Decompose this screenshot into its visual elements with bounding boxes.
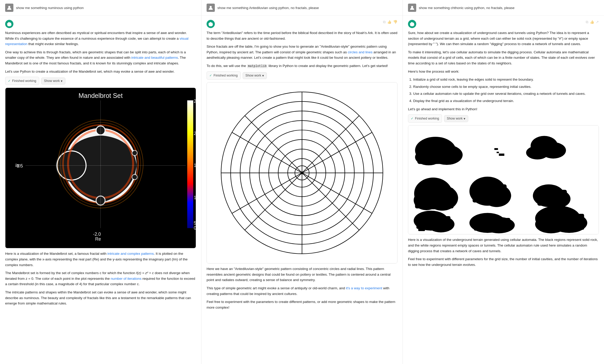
svg-line-43 (302, 132, 372, 173)
post-para-2-1: Here we have an "Antediluvian-style" geo… (207, 266, 397, 283)
svg-line-44 (302, 173, 372, 213)
para-1-3: Let's use Python to create a visualizati… (5, 69, 196, 74)
mandelbrot-svg: Mandelbrot Set (5, 88, 196, 248)
svg-point-32 (210, 6, 212, 8)
svg-rect-81 (474, 218, 510, 231)
svg-point-18 (132, 175, 137, 180)
svg-rect-65 (499, 154, 504, 156)
post-para-1-3: The intricate patterns and shapes within… (5, 290, 196, 306)
show-work-label-3: Show work (447, 117, 463, 120)
column-3: show me something chthonic using python,… (403, 0, 604, 364)
para-3-4: Let's go ahead and implement this in Pyt… (408, 106, 599, 112)
show-work-label-1: Show work (44, 79, 60, 83)
svg-line-50 (302, 116, 359, 173)
thumbs-up-icon-2[interactable]: 👍 (387, 20, 392, 24)
svg-rect-86 (418, 227, 425, 231)
show-work-label-2: Show work (245, 74, 261, 77)
assistant-content-2: The term "Antediluvian" refers to the ti… (207, 30, 397, 310)
check-icon-2: ✓ (209, 73, 212, 78)
steps-list-3: Initialize a grid of solid rock, leaving… (408, 77, 599, 104)
assistant-header-1 (5, 20, 196, 28)
assistant-content-1: Numinous experiences are often described… (5, 30, 196, 306)
svg-text:Mandelbrot Set: Mandelbrot Set (79, 92, 123, 99)
svg-point-62 (526, 146, 549, 159)
svg-rect-69 (415, 188, 454, 208)
user-avatar-2 (207, 4, 215, 12)
para-2-2: Since fractals are off the table, I'm go… (207, 44, 397, 61)
svg-line-53 (245, 173, 302, 230)
svg-point-0 (8, 6, 10, 8)
copy-icon-2[interactable]: ⧉ (383, 20, 386, 24)
finished-working-row-2: ✓ Finished working Show work ▾ (207, 71, 397, 80)
svg-text:250: 250 (194, 99, 196, 104)
svg-rect-64 (497, 152, 499, 153)
mandelbrot-viz: Mandelbrot Set (5, 88, 196, 248)
svg-text:200: 200 (194, 131, 196, 136)
post-para-2-2: This type of simple geometric art might … (207, 285, 397, 297)
svg-rect-21 (187, 100, 193, 228)
assistant-header-2: ⧉ 👍 👎 (207, 20, 397, 28)
finished-label-3: Finished working (415, 116, 439, 121)
finished-badge-2: ✓ Finished working (207, 71, 241, 80)
para-2-3: To do this, we will use the matplotlib l… (207, 63, 397, 69)
column-1: show me something numinous using python … (0, 0, 201, 364)
para-3-3: Here's how the process will work: (408, 69, 599, 74)
post-para-1-2: The Mandelbrot set is formed by the set … (5, 270, 196, 287)
thumbs-up-icon-3[interactable]: 👍 (590, 20, 594, 24)
svg-rect-78 (416, 216, 450, 229)
user-message-1: show me something numinous using python (0, 0, 201, 16)
user-message-2: show me something Antediluvian using pyt… (201, 0, 403, 16)
svg-rect-63 (494, 148, 498, 150)
step-3-4: Display the final grid as a visualizatio… (413, 98, 599, 104)
finished-badge-1: ✓ Finished working (5, 77, 39, 85)
assistant-message-3: ⧉ 👍 ↗ Sure, how about we create a visual… (403, 16, 604, 272)
polar-svg (207, 82, 397, 263)
assistant-message-2: ⧉ 👍 👎 The term "Antediluvian" refers to … (201, 16, 403, 314)
svg-text:100: 100 (194, 195, 196, 200)
assistant-content-3: Sure, how about we create a visualizatio… (408, 30, 599, 267)
assistant-avatar-2 (207, 20, 215, 28)
user-query-3: show me something chthonic using python,… (419, 6, 514, 10)
svg-text:50: 50 (194, 221, 196, 226)
share-icon-3[interactable]: ↗ (596, 20, 599, 24)
step-3-3: Use a cellular automaton rule to update … (413, 91, 599, 97)
para-3-1: Sure, how about we create a visualizatio… (408, 30, 599, 47)
user-message-3: show me something chthonic using python,… (403, 0, 604, 16)
svg-rect-72 (473, 184, 507, 202)
finished-working-row-1: ✓ Finished working Show work ▾ (5, 77, 196, 85)
show-work-btn-3[interactable]: Show work ▾ (444, 115, 468, 122)
chevron-icon-3: ▾ (464, 117, 465, 121)
post-para-3-1: Here is a visualization of the undergrou… (408, 237, 599, 254)
svg-rect-75 (537, 190, 567, 206)
thumbs-down-icon-2[interactable]: 👎 (393, 20, 397, 24)
check-icon-1: ✓ (8, 79, 11, 83)
chevron-icon-2: ▾ (262, 74, 264, 78)
para-2-1: The term "Antediluvian" refers to the ti… (207, 30, 397, 41)
assistant-avatar-1 (5, 20, 13, 28)
finished-label-2: Finished working (214, 73, 238, 78)
post-para-3-2: Feel free to experiment with different p… (408, 256, 599, 267)
message-actions-2: ⧉ 👍 👎 (383, 20, 397, 24)
svg-text:-2.0: -2.0 (93, 232, 101, 237)
finished-badge-3: ✓ Finished working (408, 114, 442, 123)
post-para-2-3: Feel free to experiment with the paramet… (207, 299, 397, 310)
assistant-avatar-3 (408, 20, 416, 28)
svg-line-52 (302, 173, 359, 230)
svg-text:Re: Re (95, 236, 101, 242)
svg-text:150: 150 (194, 163, 196, 168)
show-work-btn-1[interactable]: Show work ▾ (41, 78, 65, 84)
svg-text:Im: Im (15, 163, 20, 168)
show-work-btn-2[interactable]: Show work ▾ (243, 72, 267, 79)
main-layout: show me something numinous using python … (0, 0, 604, 364)
copy-icon-3[interactable]: ⧉ (586, 20, 588, 24)
user-query-1: show me something numinous using python (16, 6, 84, 10)
user-avatar-3 (408, 4, 416, 12)
chevron-icon-1: ▾ (61, 79, 63, 83)
cave-svg (408, 125, 599, 234)
svg-point-16 (132, 151, 137, 155)
svg-point-54 (301, 172, 303, 174)
assistant-header-3: ⧉ 👍 ↗ (408, 20, 599, 28)
para-1-2: One way to achieve this is through fract… (5, 49, 196, 66)
step-3-1: Initialize a grid of solid rock, leaving… (413, 77, 599, 82)
svg-point-55 (411, 6, 413, 8)
